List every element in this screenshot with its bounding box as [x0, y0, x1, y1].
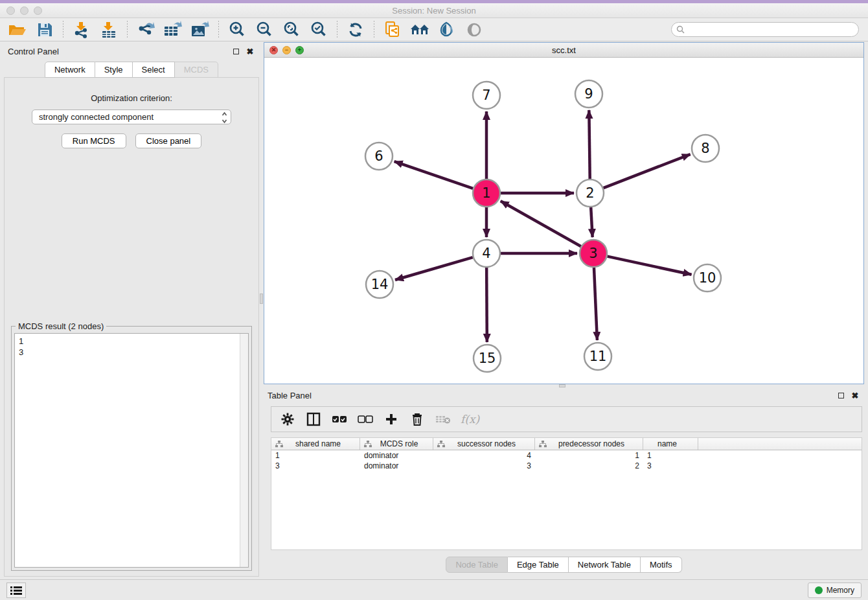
- tab-edge-table[interactable]: Edge Table: [508, 557, 569, 573]
- graph-edge-3-1[interactable]: [501, 201, 581, 246]
- table-cell[interactable]: 1: [643, 450, 698, 461]
- zoom-out-button[interactable]: [252, 19, 277, 40]
- graph-edge-3-10[interactable]: [608, 257, 692, 275]
- table-cell[interactable]: 3: [643, 461, 698, 471]
- table-cell[interactable]: 1: [535, 450, 643, 461]
- dropdown-stepper-icon: [222, 111, 227, 124]
- right-column: scc.txt ✕ − + 1234678910111415 Table Pan…: [264, 41, 868, 579]
- zoom-in-icon: [228, 21, 246, 39]
- table-tabs-bar: Node TableEdge TableNetwork TableMotifs: [264, 550, 864, 579]
- mcds-result-list[interactable]: 13: [14, 333, 249, 568]
- network-close-button[interactable]: ✕: [269, 46, 278, 54]
- export-network-button[interactable]: [133, 19, 158, 40]
- column-header-successor-nodes[interactable]: successor nodes: [433, 438, 535, 450]
- table-cell[interactable]: 3: [433, 461, 535, 471]
- export-table-button[interactable]: [161, 19, 185, 40]
- graph-node-3[interactable]: 3: [580, 240, 607, 267]
- graph-node-2[interactable]: 2: [577, 179, 604, 207]
- close-table-panel-icon[interactable]: ✖: [850, 390, 860, 400]
- tab-select[interactable]: Select: [133, 62, 175, 78]
- table-cell[interactable]: 1: [271, 450, 360, 461]
- table-cell[interactable]: dominator: [360, 461, 433, 471]
- apply-layout-button[interactable]: [343, 19, 368, 40]
- result-scrollbar[interactable]: [240, 334, 248, 567]
- delete-column-button[interactable]: [409, 411, 426, 428]
- graph-node-10[interactable]: 10: [694, 264, 721, 292]
- graph-edge-1-6[interactable]: [394, 161, 474, 189]
- table-cell[interactable]: 2: [535, 461, 643, 471]
- graph-edge-2-3[interactable]: [591, 207, 592, 237]
- control-panel-title: Control Panel: [8, 47, 227, 56]
- table-settings-button[interactable]: [279, 411, 296, 428]
- close-panel-button[interactable]: Close panel: [135, 133, 202, 148]
- run-mcds-button[interactable]: Run MCDS: [62, 133, 126, 148]
- zoom-fit-icon: [282, 21, 301, 39]
- vertical-splitter[interactable]: [259, 41, 264, 579]
- export-image-button[interactable]: [188, 19, 212, 40]
- close-panel-icon[interactable]: ✖: [245, 46, 255, 56]
- search-input[interactable]: [671, 22, 859, 37]
- table-cell[interactable]: 4: [433, 450, 535, 461]
- graph-edge-3-11[interactable]: [594, 268, 597, 340]
- float-panel-icon[interactable]: [231, 46, 241, 56]
- graph-node-1[interactable]: 1: [473, 179, 500, 207]
- zoom-in-button[interactable]: [225, 19, 249, 40]
- import-table-button[interactable]: [97, 19, 121, 40]
- memory-button[interactable]: Memory: [808, 583, 862, 598]
- node-label: 7: [482, 87, 490, 103]
- graph-node-8[interactable]: 8: [692, 135, 719, 162]
- tab-mcds[interactable]: MCDS: [175, 62, 218, 78]
- zoom-selected-button[interactable]: [306, 19, 331, 40]
- table-row[interactable]: 3dominator323: [271, 461, 862, 471]
- first-neighbors-button[interactable]: [407, 19, 432, 40]
- graph-node-9[interactable]: 9: [575, 80, 602, 108]
- graph-edge-2-9[interactable]: [589, 110, 589, 179]
- graph-edge-4-15[interactable]: [486, 268, 487, 342]
- network-minimize-button[interactable]: −: [282, 46, 291, 54]
- criterion-dropdown[interactable]: strongly connected component: [32, 110, 231, 124]
- splitter-grip[interactable]: [559, 384, 565, 387]
- table-row[interactable]: 1dominator411: [271, 450, 862, 461]
- table-cell[interactable]: dominator: [360, 450, 433, 461]
- column-header-name[interactable]: name: [643, 438, 698, 450]
- select-all-button[interactable]: [331, 411, 348, 428]
- horizontal-splitter[interactable]: [264, 384, 864, 387]
- column-header-predecessor-nodes[interactable]: predecessor nodes: [535, 438, 643, 450]
- column-header-MCDS-role[interactable]: MCDS role: [360, 438, 433, 450]
- delete-table-icon: [435, 414, 451, 424]
- network-maximize-button[interactable]: +: [295, 46, 304, 54]
- tab-network-table[interactable]: Network Table: [569, 557, 641, 573]
- save-session-button[interactable]: [32, 19, 57, 40]
- application-window: Session: New Session: [0, 0, 868, 600]
- table-cell[interactable]: 3: [271, 461, 360, 471]
- paint-style-button[interactable]: [435, 19, 459, 40]
- deselect-all-button[interactable]: [357, 411, 374, 428]
- open-session-button[interactable]: [5, 19, 30, 40]
- graph-node-11[interactable]: 11: [584, 343, 611, 370]
- create-column-button[interactable]: [383, 411, 400, 428]
- zoom-fit-button[interactable]: [279, 19, 304, 40]
- graph-node-6[interactable]: 6: [365, 143, 393, 170]
- tab-style[interactable]: Style: [95, 62, 133, 78]
- network-frame-titlebar[interactable]: scc.txt ✕ − +: [264, 43, 863, 58]
- tab-network[interactable]: Network: [45, 62, 95, 78]
- graph-edge-2-8[interactable]: [604, 154, 691, 188]
- duplicate-network-button[interactable]: [380, 19, 405, 40]
- graph-node-4[interactable]: 4: [473, 240, 500, 267]
- graph-node-15[interactable]: 15: [474, 345, 501, 372]
- tab-node-table[interactable]: Node Table: [446, 557, 508, 573]
- show-hide-button[interactable]: [462, 19, 486, 40]
- network-canvas[interactable]: 1234678910111415: [264, 58, 863, 384]
- graph-node-14[interactable]: 14: [366, 271, 393, 298]
- titlebar[interactable]: Session: New Session: [0, 3, 868, 18]
- column-header-shared-name[interactable]: shared name: [271, 438, 360, 450]
- tab-motifs[interactable]: Motifs: [641, 557, 682, 573]
- float-table-panel-icon[interactable]: [836, 390, 846, 400]
- task-history-button[interactable]: [6, 583, 26, 598]
- graph-edge-4-14[interactable]: [395, 257, 473, 280]
- show-column-button[interactable]: [305, 411, 322, 428]
- graph-node-7[interactable]: 7: [473, 82, 500, 109]
- splitter-grip[interactable]: [260, 294, 263, 304]
- import-network-button[interactable]: [69, 19, 94, 40]
- table-body: 1dominator4113dominator323: [271, 450, 862, 471]
